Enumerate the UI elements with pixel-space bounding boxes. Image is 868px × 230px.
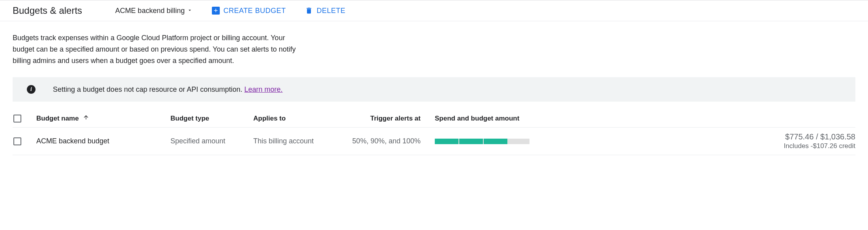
row-checkbox[interactable]	[13, 137, 21, 145]
billing-account-selector[interactable]: ACME backend billing	[115, 7, 193, 15]
info-icon: i	[27, 85, 36, 94]
account-selector-label: ACME backend billing	[115, 7, 185, 15]
budget-spend-cell: $775.46 / $1,036.58 Includes -$107.26 cr…	[435, 132, 855, 150]
select-all-checkbox[interactable]	[13, 115, 21, 122]
description-text: Budgets track expenses within a Google C…	[13, 32, 305, 66]
header-name-label: Budget name	[36, 115, 79, 122]
spend-progress-bar	[435, 139, 529, 144]
plus-icon: +	[211, 6, 220, 15]
budget-applies-cell: This billing account	[253, 137, 352, 145]
trash-icon	[305, 6, 313, 15]
header-bar: Budgets & alerts ACME backend billing + …	[0, 0, 868, 21]
delete-label: Delete	[316, 7, 345, 15]
budget-trigger-cell: 50%, 90%, and 100%	[352, 137, 435, 145]
column-header-trigger[interactable]: Trigger alerts at	[352, 115, 435, 122]
caret-down-icon	[187, 7, 193, 15]
column-header-spend[interactable]: Spend and budget amount	[435, 115, 855, 122]
table-header-row: Budget name Budget type Applies to Trigg…	[13, 109, 855, 128]
create-budget-label: Create Budget	[223, 7, 286, 15]
select-all-cell	[13, 115, 36, 122]
delete-button[interactable]: Delete	[305, 6, 345, 15]
create-budget-button[interactable]: + Create Budget	[211, 6, 286, 15]
sort-ascending-icon	[83, 114, 89, 121]
column-header-name[interactable]: Budget name	[36, 114, 170, 122]
spend-main-value: $775.46 / $1,036.58	[544, 132, 855, 141]
learn-more-link[interactable]: Learn more.	[244, 85, 282, 93]
banner-text: Setting a budget does not cap resource o…	[53, 85, 244, 93]
content-area: Budgets track expenses within a Google C…	[0, 21, 868, 155]
table-row[interactable]: ACME backend budget Specified amount Thi…	[13, 128, 855, 155]
row-select-cell	[13, 137, 36, 145]
page-title: Budgets & alerts	[13, 5, 82, 16]
column-header-type[interactable]: Budget type	[170, 115, 253, 122]
budget-type-cell: Specified amount	[170, 137, 253, 145]
info-banner-text: Setting a budget does not cap resource o…	[53, 85, 282, 94]
spend-credit-value: Includes -$107.26 credit	[544, 142, 855, 150]
spend-amount-text: $775.46 / $1,036.58 Includes -$107.26 cr…	[544, 132, 855, 150]
budget-name-cell[interactable]: ACME backend budget	[36, 137, 170, 145]
budgets-table: Budget name Budget type Applies to Trigg…	[13, 109, 855, 155]
info-banner: i Setting a budget does not cap resource…	[13, 77, 855, 102]
column-header-applies[interactable]: Applies to	[253, 115, 352, 122]
